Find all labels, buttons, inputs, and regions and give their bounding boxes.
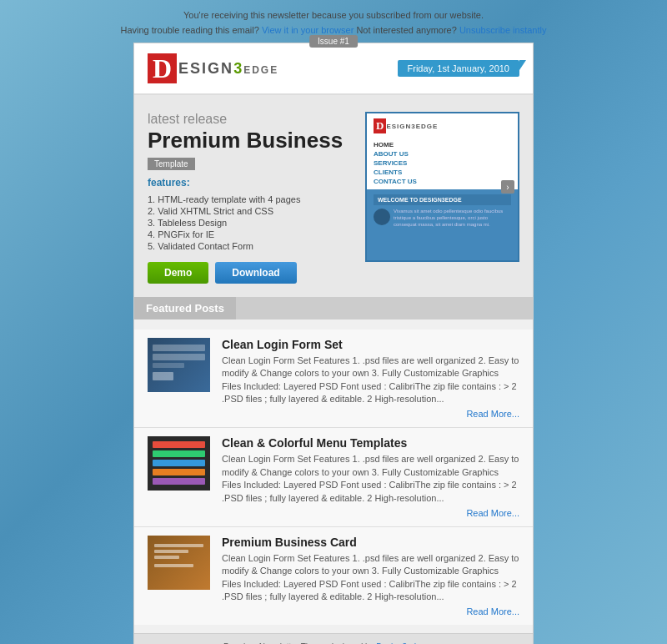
read-more-1: Read More... (222, 409, 519, 419)
post-title-2: Clean & Colorful Menu Templates (222, 436, 519, 450)
screenshot-nav-services[interactable]: SERVICES (374, 158, 511, 168)
post-title-1: Clean Login Form Set (222, 338, 519, 351)
list-item: 3. Tableless Design (148, 217, 352, 229)
read-more-link-1[interactable]: Read More... (466, 409, 519, 419)
featured-posts-bar: Featured Posts (134, 297, 533, 319)
screenshot-logo-text: ESIGN3EDGE (386, 123, 438, 130)
feature-left: latest release Premium Business Template… (148, 112, 352, 284)
post-desc-1: Clean Login Form Set Features 1. .psd fi… (222, 355, 519, 406)
screenshot-nav: HOME ABOUT US SERVICES CLIENTS CONTACT U… (367, 137, 518, 189)
screenshot-avatar (374, 209, 390, 225)
unsubscribe-link[interactable]: Unsubscribe instantly (459, 25, 547, 35)
template-badge: Template (148, 158, 195, 170)
screenshot-content: WELCOME TO DESIGN3EDGE Vivamus sit amet … (367, 189, 518, 233)
post-title-3: Premium Business Card (222, 536, 519, 549)
menu-row-green (153, 450, 205, 457)
email-footer: Premium Newsletter Theme designed by Des… (134, 633, 533, 644)
thumb-row-short (153, 363, 184, 368)
view-in-browser-link[interactable]: View it in your browser (262, 25, 354, 35)
issue-badge: Issue #1 (309, 35, 358, 48)
topbar-line2-mid: Not interested anymore? (356, 25, 456, 35)
post-thumb-2 (148, 436, 210, 491)
read-more-link-3[interactable]: Read More... (466, 606, 519, 616)
menu-row-purple (153, 478, 205, 485)
post-item-2: Clean & Colorful Menu Templates Clean Lo… (134, 428, 533, 527)
post-item-3: Premium Business Card Clean Login Form S… (134, 527, 533, 626)
post-desc-2: Clean Login Form Set Features 1. .psd fi… (222, 453, 519, 505)
menu-row-red (153, 441, 205, 448)
screenshot-welcome: WELCOME TO DESIGN3EDGE (374, 194, 511, 205)
read-more-3: Read More... (222, 606, 519, 616)
feature-subtitle: features: (148, 177, 352, 189)
feature-latest-label: latest release (148, 112, 352, 127)
read-more-link-2[interactable]: Read More... (466, 508, 519, 518)
menu-thumbnail (148, 436, 210, 491)
post-content-1: Clean Login Form Set Clean Login Form Se… (222, 338, 519, 420)
button-row: Demo Download (148, 262, 352, 284)
feature-list: 1. HTML-ready template with 4 pages 2. V… (148, 194, 352, 252)
list-item: 5. Validated Contact Form (148, 240, 352, 252)
screenshot-nav-home[interactable]: HOME (374, 140, 511, 149)
feature-section: latest release Premium Business Template… (134, 95, 533, 297)
screenshot-header: D ESIGN3EDGE (367, 113, 518, 137)
list-item: 4. PNGFix for IE (148, 229, 352, 240)
card-line (154, 556, 179, 559)
card-line (154, 564, 193, 567)
demo-button[interactable]: Demo (148, 262, 208, 284)
login-thumbnail (148, 338, 210, 392)
screenshot-body: Vivamus sit amet odio pellentesque odio … (374, 209, 511, 228)
logo-text: ESIGN3EDGE (178, 60, 278, 77)
screenshot-nav-clients[interactable]: CLIENTS (374, 168, 511, 177)
card-line (154, 544, 203, 547)
topbar-line1: You're receiving this newsletter because… (183, 10, 484, 20)
featured-posts-section: Featured Posts Clean Login Form Set Clea… (134, 297, 533, 634)
download-button[interactable]: Download (215, 262, 296, 284)
list-item: 1. HTML-ready template with 4 pages (148, 194, 352, 205)
email-container: Issue #1 D ESIGN3EDGE Friday, 1st Januar… (133, 43, 534, 644)
screenshot-para: Vivamus sit amet odio pellentesque odio … (394, 209, 511, 228)
post-thumb-3 (148, 536, 210, 590)
list-item: 2. Valid XHTML Strict and CSS (148, 205, 352, 217)
post-content-2: Clean & Colorful Menu Templates Clean Lo… (222, 436, 519, 518)
read-more-2: Read More... (222, 508, 519, 518)
featured-posts-header: Featured Posts (134, 297, 236, 319)
date-badge: Friday, 1st January, 2010 (398, 60, 520, 77)
logo: D ESIGN3EDGE (148, 53, 278, 83)
top-bar: You're receiving this newsletter because… (121, 8, 547, 38)
topbar-line2-before: Having trouble reading this email? (121, 25, 259, 35)
logo-d-letter: D (148, 53, 177, 83)
menu-row-blue (153, 460, 205, 466)
post-item-1: Clean Login Form Set Clean Login Form Se… (134, 330, 533, 429)
thumb-btn (153, 372, 173, 380)
card-line (154, 550, 188, 553)
post-content-3: Premium Business Card Clean Login Form S… (222, 536, 519, 617)
feature-title: Premium Business (148, 128, 352, 153)
screenshot-nav-contact[interactable]: CONTACT US (374, 177, 511, 186)
card-thumbnail (148, 536, 210, 590)
thumb-row (153, 345, 205, 351)
chevron-right-icon[interactable]: › (501, 180, 514, 194)
screenshot-nav-about[interactable]: ABOUT US (374, 149, 511, 158)
feature-screenshot: D ESIGN3EDGE HOME ABOUT US SERVICES CLIE… (365, 112, 519, 262)
post-thumb-1 (148, 338, 210, 392)
email-header: D ESIGN3EDGE Friday, 1st January, 2010 (134, 43, 533, 95)
post-desc-3: Clean Login Form Set Features 1. .psd fi… (222, 552, 519, 604)
thumb-row (153, 354, 205, 360)
screenshot-logo-d: D (374, 118, 386, 133)
menu-row-orange (153, 469, 205, 475)
